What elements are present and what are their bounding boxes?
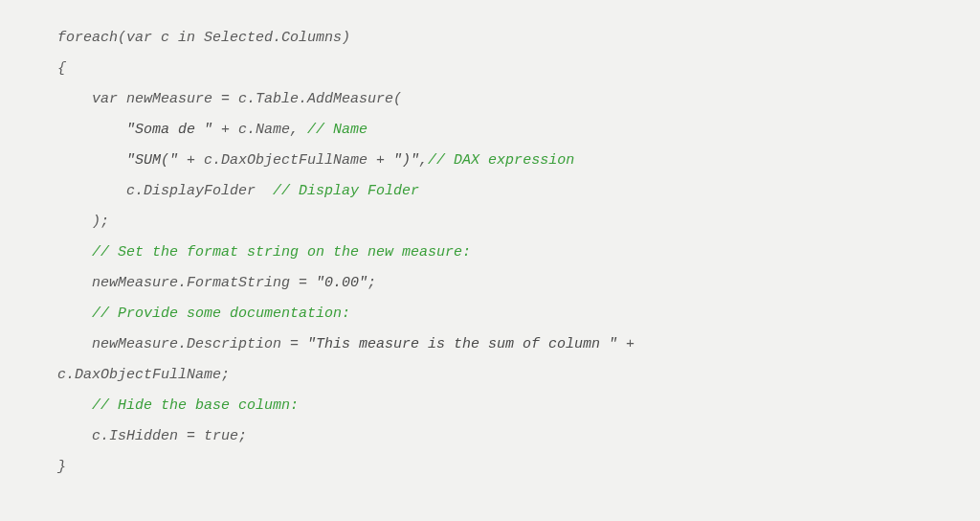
code-line: c.DisplayFolder // Display Folder (57, 183, 419, 199)
code-line: c.IsHidden = true; (57, 428, 247, 444)
code-line: // Provide some documentation: (57, 306, 350, 322)
code-line: foreach(var c in Selected.Columns) (57, 30, 350, 46)
code-line: // Hide the base column: (57, 397, 299, 414)
code-line: newMeasure.FormatString = "0.00"; (57, 275, 376, 291)
code-line: } (57, 459, 66, 475)
code-block: foreach(var c in Selected.Columns) { var… (0, 0, 980, 506)
code-line: c.DaxObjectFullName; (57, 367, 230, 383)
code-line: ); (57, 214, 109, 230)
code-line: newMeasure.Description = "This measure i… (57, 336, 643, 352)
code-line: "Soma de " + c.Name, // Name (57, 122, 368, 138)
code-line: "SUM(" + c.DaxObjectFullName + ")",// DA… (57, 152, 574, 169)
code-line: { (57, 60, 66, 77)
code-line: // Set the format string on the new meas… (57, 244, 471, 260)
code-line: var newMeasure = c.Table.AddMeasure( (57, 91, 402, 107)
